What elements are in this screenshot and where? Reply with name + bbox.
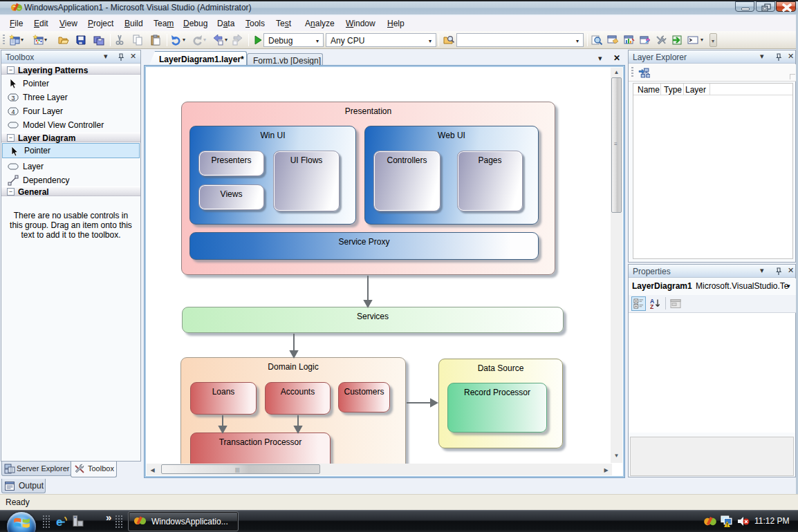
svg-text:!: ! — [726, 522, 727, 527]
svg-text:Z: Z — [650, 303, 653, 310]
svg-text:4: 4 — [11, 108, 15, 115]
svg-text:3: 3 — [11, 95, 15, 102]
